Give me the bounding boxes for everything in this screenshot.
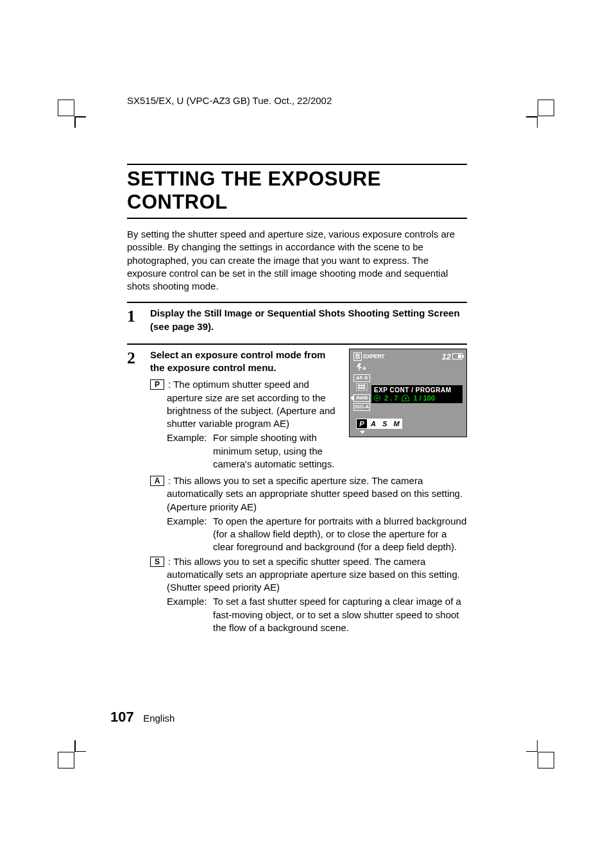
example-label: Example:: [167, 595, 213, 634]
mode-p-icon: P: [150, 379, 164, 390]
intro-paragraph: By setting the shutter speed and apertur…: [127, 228, 467, 293]
lcd-iso-mode: ISO-A: [353, 403, 370, 411]
mode-a-icon: A: [150, 476, 164, 486]
example-label: Example:: [167, 515, 213, 554]
step-2-title: Select an exposure control mode from the…: [150, 349, 336, 375]
shutter-icon: [402, 395, 409, 401]
lcd-shutter-value: 1 / 100: [413, 394, 435, 402]
lcd-mode-m: M: [391, 419, 402, 429]
lcd-mode-s: S: [379, 419, 391, 429]
flash-icon: A: [353, 363, 370, 373]
document-header: SX515/EX, U (VPC-AZ3 GB) Tue. Oct., 22/2…: [127, 95, 332, 106]
battery-icon: [452, 353, 463, 360]
lcd-exposure-bar: EXP CONT / PROGRAM 2 . 7 1 / 100: [371, 385, 463, 403]
down-arrow-icon: [360, 431, 365, 434]
lcd-af-mode: AF-S: [353, 374, 370, 382]
mode-s: S :This allows you to set a specific shu…: [150, 555, 467, 635]
lcd-wb-mode: AWB: [353, 394, 370, 402]
svg-rect-3: [361, 385, 362, 386]
step-1-title: Display the Still Image or Sequential Sh…: [150, 307, 467, 333]
aperture-icon: [374, 395, 380, 401]
svg-rect-4: [363, 385, 365, 386]
step-1: 1 Display the Still Image or Sequential …: [127, 307, 467, 337]
mode-s-icon: S: [150, 557, 164, 567]
step-2: 2 Select an exposure control mode from t…: [127, 349, 467, 636]
page-content: SETTING THE EXPOSURE CONTROL By setting …: [127, 164, 467, 636]
lcd-aperture-value: 2 . 7: [384, 394, 398, 402]
crop-mark-bottom-right: [529, 743, 554, 768]
page-footer: 107 English: [110, 709, 174, 725]
mode-s-desc: This allows you to set a specific shutte…: [167, 556, 460, 593]
left-arrow-icon: [350, 395, 353, 401]
example-label: Example:: [167, 431, 213, 471]
lcd-b-indicator: B: [353, 352, 362, 361]
lcd-mode-a: A: [368, 419, 379, 429]
mode-s-example: To set a fast shutter speed for capturin…: [213, 595, 467, 634]
mode-a-desc: This allows you to set a specific apertu…: [167, 475, 463, 512]
step-number: 1: [127, 307, 150, 337]
svg-rect-6: [361, 387, 362, 389]
svg-text:A: A: [362, 365, 366, 371]
lcd-expert-label: EXPERT: [363, 353, 384, 360]
lcd-mode-p: P: [356, 419, 368, 429]
svg-rect-7: [363, 387, 365, 389]
camera-lcd-illustration: B EXPERT 12 A AF-S AWB I: [349, 349, 467, 437]
crop-mark-bottom-left: [58, 743, 83, 768]
lcd-mode-selector: P A S M: [356, 419, 402, 429]
mode-a: A :This allows you to set a specific ape…: [150, 474, 467, 554]
page-title: SETTING THE EXPOSURE CONTROL: [127, 168, 467, 214]
page-number: 107: [110, 709, 134, 725]
svg-rect-2: [358, 385, 360, 386]
mode-p: P :The optimum shutter speed and apertur…: [150, 378, 336, 471]
metering-icon: [353, 383, 370, 393]
step-number: 2: [127, 349, 150, 636]
crop-mark-top-right: [529, 100, 554, 125]
mode-p-example: For simple shooting with minimum setup, …: [213, 431, 336, 471]
mode-p-desc: The optimum shutter speed and aperture s…: [167, 379, 336, 429]
svg-rect-5: [358, 387, 360, 389]
mode-a-example: To open the aperture for portraits with …: [213, 515, 467, 554]
lcd-counter: 12: [442, 352, 451, 361]
language-label: English: [143, 713, 174, 724]
lcd-exp-header: EXP CONT / PROGRAM: [374, 386, 460, 394]
crop-mark-top-left: [58, 100, 83, 125]
